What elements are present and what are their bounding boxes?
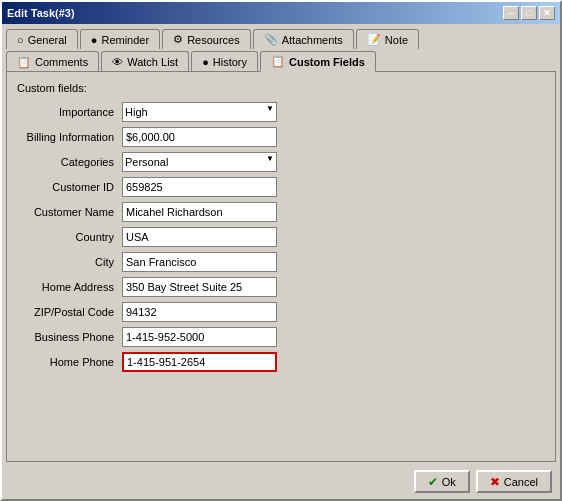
watchlist-tab-label: Watch List (127, 56, 178, 68)
tab-note[interactable]: 📝 Note (356, 29, 419, 49)
watchlist-tab-icon: 👁 (112, 56, 123, 68)
window-title: Edit Task(#3) (7, 7, 75, 19)
label-importance: Importance (17, 106, 122, 118)
close-button[interactable]: ✕ (539, 6, 555, 20)
importance-select[interactable]: High Medium Low (122, 102, 277, 122)
tab-customfields[interactable]: 📋 Custom Fields (260, 51, 376, 72)
note-tab-icon: 📝 (367, 33, 381, 46)
customfields-tab-icon: 📋 (271, 55, 285, 68)
tab-row-2: 📋 Comments 👁 Watch List ● History 📋 Cust… (2, 50, 560, 71)
title-bar: Edit Task(#3) ─ □ ✕ (2, 2, 560, 24)
categories-select-wrapper: Personal Business Other (122, 152, 277, 172)
reminder-tab-label: Reminder (101, 34, 149, 46)
comments-tab-label: Comments (35, 56, 88, 68)
resources-tab-icon: ⚙ (173, 33, 183, 46)
categories-select[interactable]: Personal Business Other (122, 152, 277, 172)
businessphone-input[interactable] (122, 327, 277, 347)
billing-input[interactable] (122, 127, 277, 147)
resources-tab-label: Resources (187, 34, 240, 46)
tab-general[interactable]: ○ General (6, 29, 78, 49)
title-bar-controls: ─ □ ✕ (503, 6, 555, 20)
label-billing: Billing Information (17, 131, 122, 143)
customerid-input[interactable] (122, 177, 277, 197)
ok-button[interactable]: ✔ Ok (414, 470, 470, 493)
ok-label: Ok (442, 476, 456, 488)
label-city: City (17, 256, 122, 268)
city-input[interactable] (122, 252, 277, 272)
tab-row-1: ○ General ● Reminder ⚙ Resources 📎 Attac… (2, 24, 560, 48)
label-homephone: Home Phone (17, 356, 122, 368)
field-row-importance: Importance High Medium Low (17, 102, 545, 122)
label-categories: Categories (17, 156, 122, 168)
homephone-input[interactable] (122, 352, 277, 372)
tab-comments[interactable]: 📋 Comments (6, 51, 99, 72)
label-zip: ZIP/Postal Code (17, 306, 122, 318)
field-row-homephone: Home Phone (17, 352, 545, 372)
ok-icon: ✔ (428, 475, 438, 489)
field-row-city: City (17, 252, 545, 272)
label-customerid: Customer ID (17, 181, 122, 193)
maximize-button[interactable]: □ (521, 6, 537, 20)
label-customername: Customer Name (17, 206, 122, 218)
field-row-customername: Customer Name (17, 202, 545, 222)
label-homeaddress: Home Address (17, 281, 122, 293)
tab-resources[interactable]: ⚙ Resources (162, 29, 251, 49)
minimize-button[interactable]: ─ (503, 6, 519, 20)
fields-container: Importance High Medium Low Billing Infor… (17, 102, 545, 372)
tab-history[interactable]: ● History (191, 51, 258, 72)
section-label: Custom fields: (17, 82, 545, 94)
field-row-homeaddress: Home Address (17, 277, 545, 297)
general-tab-label: General (28, 34, 67, 46)
attachments-tab-icon: 📎 (264, 33, 278, 46)
cancel-label: Cancel (504, 476, 538, 488)
comments-tab-icon: 📋 (17, 56, 31, 69)
field-row-zip: ZIP/Postal Code (17, 302, 545, 322)
main-window: Edit Task(#3) ─ □ ✕ ○ General ● Reminder… (0, 0, 562, 501)
cancel-icon: ✖ (490, 475, 500, 489)
content-area: Custom fields: Importance High Medium Lo… (6, 71, 556, 462)
history-tab-label: History (213, 56, 247, 68)
field-row-categories: Categories Personal Business Other (17, 152, 545, 172)
field-row-customerid: Customer ID (17, 177, 545, 197)
general-tab-icon: ○ (17, 34, 24, 46)
tab-attachments[interactable]: 📎 Attachments (253, 29, 354, 49)
history-tab-icon: ● (202, 56, 209, 68)
homeaddress-input[interactable] (122, 277, 277, 297)
zip-input[interactable] (122, 302, 277, 322)
importance-select-wrapper: High Medium Low (122, 102, 277, 122)
reminder-tab-icon: ● (91, 34, 98, 46)
bottom-bar: ✔ Ok ✖ Cancel (2, 466, 560, 499)
customername-input[interactable] (122, 202, 277, 222)
country-input[interactable] (122, 227, 277, 247)
note-tab-label: Note (385, 34, 408, 46)
label-businessphone: Business Phone (17, 331, 122, 343)
attachments-tab-label: Attachments (282, 34, 343, 46)
cancel-button[interactable]: ✖ Cancel (476, 470, 552, 493)
tab-reminder[interactable]: ● Reminder (80, 29, 160, 49)
label-country: Country (17, 231, 122, 243)
field-row-country: Country (17, 227, 545, 247)
field-row-businessphone: Business Phone (17, 327, 545, 347)
customfields-tab-label: Custom Fields (289, 56, 365, 68)
field-row-billing: Billing Information (17, 127, 545, 147)
tab-watchlist[interactable]: 👁 Watch List (101, 51, 189, 72)
